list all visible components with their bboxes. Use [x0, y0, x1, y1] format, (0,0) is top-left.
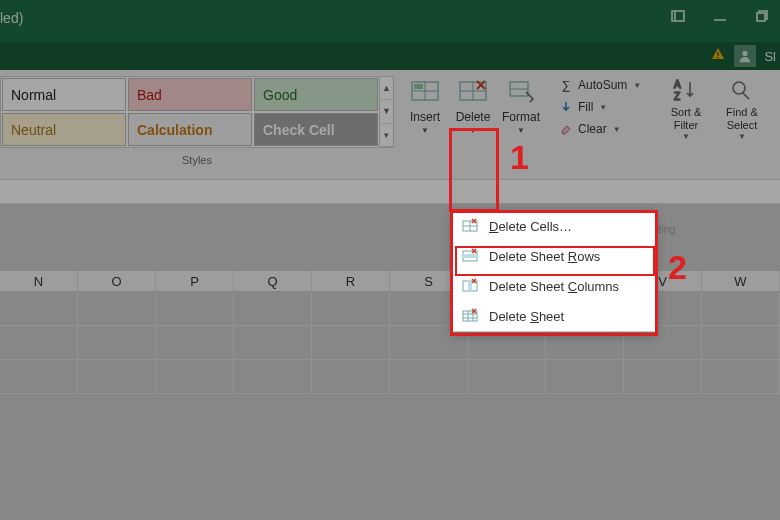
- clear-label: Clear: [578, 122, 607, 136]
- format-cells-icon: [504, 76, 538, 106]
- svg-text:A: A: [674, 79, 681, 90]
- window-buttons: [670, 8, 770, 24]
- column-headers[interactable]: N O P Q R S T U V W: [0, 270, 780, 292]
- restore-icon[interactable]: [754, 8, 770, 24]
- fill-down-icon: [558, 100, 574, 114]
- style-check-cell[interactable]: Check Cell: [254, 113, 378, 146]
- autosum-dropdown-icon[interactable]: ▼: [633, 81, 641, 90]
- clear-button[interactable]: Clear ▼: [558, 118, 641, 140]
- insert-button[interactable]: Insert ▼: [402, 72, 448, 150]
- table-row: [0, 360, 780, 394]
- delete-sheet-icon: [461, 307, 479, 325]
- sigma-icon: ∑: [558, 78, 574, 92]
- chevron-down-icon[interactable]: ▼: [380, 100, 393, 123]
- sort-dropdown-icon[interactable]: ▼: [682, 132, 690, 141]
- sort-icon: AZ: [672, 78, 700, 104]
- svg-rect-25: [468, 281, 472, 291]
- autosum-label: AutoSum: [578, 78, 627, 92]
- style-bad[interactable]: Bad: [128, 78, 252, 111]
- table-row: [0, 292, 780, 326]
- find-select-label: Find &Select: [726, 106, 758, 132]
- insert-label: Insert: [410, 110, 440, 124]
- window-title: led): [0, 10, 23, 26]
- svg-point-17: [733, 82, 745, 94]
- delete-dropdown-icon[interactable]: ▼: [469, 126, 477, 135]
- svg-text:Z: Z: [674, 91, 680, 102]
- delete-cells-icon: [461, 217, 479, 235]
- title-bar: led): [0, 0, 780, 42]
- format-dropdown-icon[interactable]: ▼: [517, 126, 525, 135]
- find-select-button[interactable]: Find &Select ▼: [716, 74, 768, 148]
- fill-dropdown-icon[interactable]: ▼: [599, 103, 607, 112]
- col-header[interactable]: N: [0, 271, 78, 291]
- search-icon: [728, 78, 756, 104]
- insert-cells-icon: [408, 76, 442, 106]
- menu-delete-cells[interactable]: Delete Cells…: [453, 211, 655, 241]
- fill-button[interactable]: Fill ▼: [558, 96, 641, 118]
- svg-rect-9: [414, 84, 423, 89]
- menu-delete-columns-label: Delete Sheet Columns: [489, 279, 619, 294]
- callout-1-number: 1: [510, 138, 529, 177]
- grid-rows[interactable]: [0, 292, 780, 394]
- delete-button[interactable]: Delete ▼: [450, 72, 496, 150]
- editing-group: ∑ AutoSum ▼ Fill ▼ Clear ▼: [558, 74, 641, 140]
- menu-delete-cells-label: Delete Cells…: [489, 219, 572, 234]
- svg-rect-2: [757, 13, 765, 21]
- editing-group-label-fragment: ting: [658, 223, 676, 235]
- account-strip: Sl: [0, 42, 780, 70]
- menu-delete-sheet[interactable]: Delete Sheet: [453, 301, 655, 331]
- svg-point-5: [743, 51, 748, 56]
- ribbon: Normal Neutral Bad Calculation Good Chec…: [0, 70, 780, 180]
- delete-menu: Delete Cells… Delete Sheet Rows Delete S…: [452, 210, 656, 332]
- clear-dropdown-icon[interactable]: ▼: [613, 125, 621, 134]
- col-header[interactable]: O: [78, 271, 156, 291]
- svg-rect-0: [672, 11, 684, 21]
- insert-dropdown-icon[interactable]: ▼: [421, 126, 429, 135]
- table-row: [0, 326, 780, 360]
- svg-rect-23: [463, 254, 477, 258]
- format-label: Format: [502, 110, 540, 124]
- delete-rows-icon: [461, 247, 479, 265]
- style-good[interactable]: Good: [254, 78, 378, 111]
- minimize-icon[interactable]: [712, 8, 728, 24]
- worksheet-grid[interactable]: N O P Q R S T U V W: [0, 270, 780, 394]
- delete-label: Delete: [456, 110, 491, 124]
- style-normal[interactable]: Normal: [2, 78, 126, 111]
- sort-filter-button[interactable]: AZ Sort &Filter ▼: [660, 74, 712, 148]
- avatar[interactable]: [734, 45, 756, 67]
- col-header[interactable]: W: [702, 271, 780, 291]
- svg-line-18: [743, 93, 749, 99]
- sort-filter-label: Sort &Filter: [671, 106, 702, 132]
- more-icon[interactable]: ▾: [380, 124, 393, 147]
- col-header[interactable]: Q: [234, 271, 312, 291]
- chevron-up-icon[interactable]: ▲: [380, 77, 393, 100]
- styles-expand[interactable]: ▲ ▼ ▾: [379, 77, 393, 147]
- menu-delete-columns[interactable]: Delete Sheet Columns: [453, 271, 655, 301]
- eraser-icon: [558, 122, 574, 136]
- svg-rect-4: [718, 57, 719, 58]
- style-calculation[interactable]: Calculation: [128, 113, 252, 146]
- styles-group-label: Styles: [0, 154, 394, 166]
- styles-gallery[interactable]: Normal Neutral Bad Calculation Good Chec…: [0, 76, 394, 148]
- delete-cells-icon: [456, 76, 490, 106]
- svg-rect-3: [718, 52, 719, 56]
- col-header[interactable]: P: [156, 271, 234, 291]
- warning-icon[interactable]: [710, 46, 726, 66]
- find-dropdown-icon[interactable]: ▼: [738, 132, 746, 141]
- ribbon-display-icon[interactable]: [670, 8, 686, 24]
- fill-label: Fill: [578, 100, 593, 114]
- col-header[interactable]: R: [312, 271, 390, 291]
- style-neutral[interactable]: Neutral: [2, 113, 126, 146]
- formula-bar[interactable]: [0, 180, 780, 204]
- sort-find-group: AZ Sort &Filter ▼ Find &Select ▼: [660, 74, 768, 148]
- delete-columns-icon: [461, 277, 479, 295]
- autosum-button[interactable]: ∑ AutoSum ▼: [558, 74, 641, 96]
- account-name[interactable]: Sl: [764, 49, 776, 64]
- callout-2-number: 2: [668, 248, 687, 287]
- menu-delete-rows-label: Delete Sheet Rows: [489, 249, 600, 264]
- menu-delete-rows[interactable]: Delete Sheet Rows: [453, 241, 655, 271]
- menu-delete-sheet-label: Delete Sheet: [489, 309, 564, 324]
